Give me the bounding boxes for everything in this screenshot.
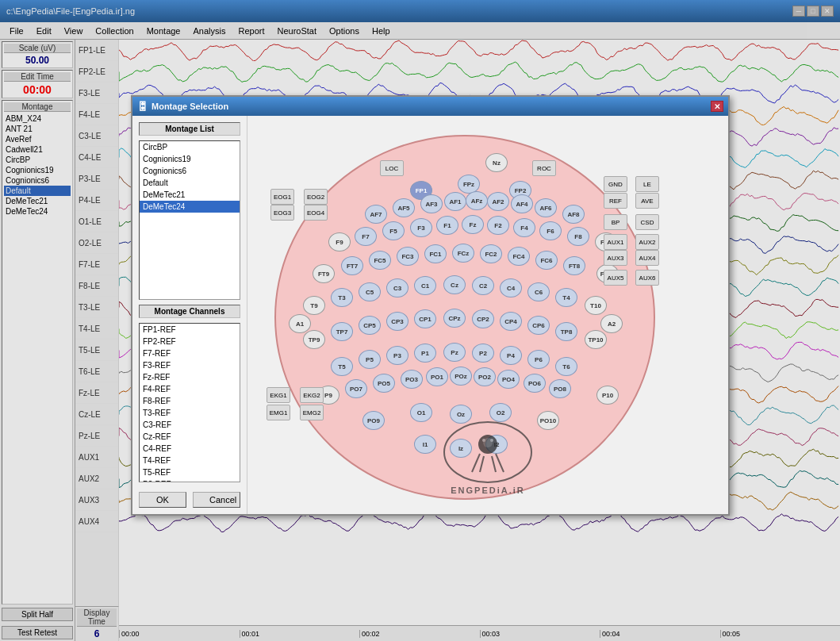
- electrode-t4[interactable]: T4: [555, 288, 577, 307]
- electrode-po2[interactable]: PO2: [474, 367, 496, 386]
- electrode-emg2[interactable]: EMG2: [300, 405, 324, 420]
- electrode-poz[interactable]: POz: [450, 367, 472, 386]
- electrode-c1[interactable]: C1: [414, 276, 436, 295]
- electrode-af5[interactable]: AF5: [393, 198, 415, 217]
- electrode-aux5[interactable]: AUX5: [604, 270, 627, 286]
- dialog-channel-item[interactable]: T5-REF: [140, 466, 240, 478]
- electrode-po6[interactable]: PO6: [524, 374, 546, 393]
- electrode-gnd[interactable]: GND: [604, 176, 627, 192]
- electrode-t5[interactable]: T5: [331, 357, 353, 376]
- electrode-cp3[interactable]: CP3: [386, 312, 408, 331]
- electrode-c5[interactable]: C5: [359, 282, 381, 301]
- electrode-po9[interactable]: PO9: [362, 411, 385, 430]
- electrode-cp1[interactable]: CP1: [414, 309, 436, 328]
- electrode-ft9[interactable]: FT9: [313, 264, 335, 283]
- electrode-a2[interactable]: A2: [600, 314, 623, 333]
- electrode-csd[interactable]: CSD: [635, 214, 659, 230]
- dialog-channel-item[interactable]: FP2-REF: [140, 336, 240, 347]
- electrode-t3[interactable]: T3: [331, 288, 353, 307]
- electrode-cp6[interactable]: CP6: [527, 316, 550, 335]
- cancel-button[interactable]: Cancel: [193, 492, 240, 508]
- dialog-channel-item[interactable]: Fz-REF: [140, 371, 240, 383]
- electrode-le[interactable]: LE: [635, 176, 659, 192]
- electrode-cp4[interactable]: CP4: [500, 312, 522, 331]
- electrode-nz[interactable]: Nz: [485, 153, 508, 172]
- electrode-af7[interactable]: AF7: [365, 205, 387, 224]
- electrode-pz[interactable]: Pz: [443, 343, 466, 362]
- electrode-f4[interactable]: F4: [513, 218, 535, 237]
- electrode-roc[interactable]: ROC: [532, 160, 556, 176]
- electrode-f2[interactable]: F2: [487, 216, 509, 235]
- electrode-c6[interactable]: C6: [527, 282, 550, 301]
- electrode-ref[interactable]: REF: [604, 193, 627, 209]
- dialog-channel-item[interactable]: T3-REF: [140, 407, 240, 419]
- montage-list-box[interactable]: CircBPCognionics19Cognionics6DefaultDeMe…: [139, 140, 240, 300]
- electrode-fc2[interactable]: FC2: [480, 244, 502, 263]
- dialog-channel-item[interactable]: F8-REF: [140, 395, 240, 407]
- dialog-montage-item[interactable]: CircBP: [140, 141, 240, 153]
- electrode-fc1[interactable]: FC1: [424, 244, 447, 263]
- electrode-p1[interactable]: P1: [414, 344, 436, 363]
- electrode-eog2[interactable]: EOG2: [304, 189, 328, 205]
- electrode-f6[interactable]: F6: [539, 221, 562, 240]
- electrode-p10[interactable]: P10: [596, 386, 619, 405]
- electrode-fcz[interactable]: FCz: [452, 244, 474, 263]
- electrode-p6[interactable]: P6: [527, 350, 550, 369]
- electrode-ft8[interactable]: FT8: [563, 256, 585, 275]
- dialog-channel-item[interactable]: C4-REF: [140, 443, 240, 455]
- electrode-fz[interactable]: Fz: [462, 215, 484, 234]
- electrode-o2[interactable]: O2: [489, 403, 512, 422]
- dialog-channel-item[interactable]: F3-REF: [140, 359, 240, 371]
- electrode-af2[interactable]: AF2: [487, 192, 509, 211]
- electrode-aux3[interactable]: AUX3: [604, 250, 627, 266]
- dialog-channel-item[interactable]: FP1-REF: [140, 324, 240, 336]
- dialog-montage-item[interactable]: Default: [140, 177, 240, 189]
- electrode-o1[interactable]: O1: [410, 403, 432, 422]
- electrode-f8[interactable]: F8: [567, 227, 589, 246]
- electrode-aux2[interactable]: AUX2: [635, 234, 659, 250]
- electrode-p5[interactable]: P5: [359, 350, 381, 369]
- electrode-po1[interactable]: PO1: [426, 367, 448, 386]
- electrode-f9[interactable]: F9: [328, 232, 351, 251]
- electrode-eog3[interactable]: EOG3: [270, 205, 294, 221]
- electrode-f5[interactable]: F5: [382, 221, 405, 240]
- electrode-po7[interactable]: PO7: [345, 379, 367, 398]
- electrode-aux4[interactable]: AUX4: [635, 250, 659, 266]
- electrode-i1[interactable]: I1: [414, 435, 436, 454]
- electrode-emg1[interactable]: EMG1: [267, 405, 290, 420]
- dialog-channel-item[interactable]: Cz-REF: [140, 431, 240, 443]
- electrode-cz[interactable]: Cz: [443, 275, 466, 294]
- electrode-ekg2[interactable]: EKG2: [300, 387, 324, 403]
- dialog-channel-item[interactable]: F7-REF: [140, 347, 240, 359]
- electrode-t6[interactable]: T6: [555, 357, 577, 376]
- electrode-c2[interactable]: C2: [472, 276, 494, 295]
- ok-button[interactable]: OK: [139, 492, 186, 508]
- electrode-ekg1[interactable]: EKG1: [267, 387, 290, 403]
- electrode-tp7[interactable]: TP7: [331, 322, 353, 341]
- electrode-af8[interactable]: AF8: [562, 205, 585, 224]
- dialog-channel-item[interactable]: T4-REF: [140, 455, 240, 466]
- electrode-t9[interactable]: T9: [303, 296, 325, 315]
- electrode-loc[interactable]: LOC: [380, 160, 404, 176]
- dialog-close-button[interactable]: ✕: [711, 101, 723, 112]
- electrode-eog1[interactable]: EOG1: [270, 189, 294, 205]
- dialog-channel-item[interactable]: P3-REF: [140, 478, 240, 482]
- electrode-tp8[interactable]: TP8: [555, 322, 577, 341]
- electrode-f7[interactable]: F7: [355, 227, 377, 246]
- electrode-f1[interactable]: F1: [436, 216, 458, 235]
- electrode-a1[interactable]: A1: [289, 314, 311, 333]
- electrode-aux1[interactable]: AUX1: [604, 234, 627, 250]
- channel-list-box[interactable]: FP1-REFFP2-REFF7-REFF3-REFFz-REFF4-REFF8…: [139, 323, 240, 482]
- electrode-po3[interactable]: PO3: [401, 370, 423, 389]
- electrode-tp10[interactable]: TP10: [585, 330, 607, 349]
- electrode-afz[interactable]: AFz: [466, 191, 488, 210]
- dialog-channel-item[interactable]: F4-REF: [140, 383, 240, 395]
- electrode-aux6[interactable]: AUX6: [635, 270, 659, 286]
- electrode-af3[interactable]: AF3: [420, 194, 443, 213]
- electrode-c4[interactable]: C4: [500, 278, 522, 297]
- electrode-eog4[interactable]: EOG4: [304, 205, 328, 221]
- electrode-c3[interactable]: C3: [386, 278, 408, 297]
- electrode-ft7[interactable]: FT7: [341, 256, 363, 275]
- electrode-cp2[interactable]: CP2: [472, 309, 494, 328]
- electrode-af1[interactable]: AF1: [444, 192, 466, 211]
